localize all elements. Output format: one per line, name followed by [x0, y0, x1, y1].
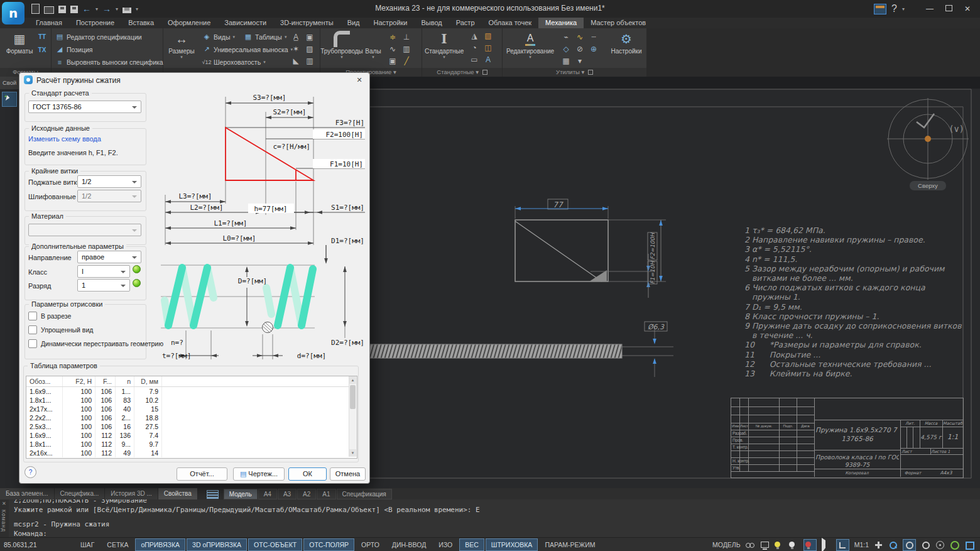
direction-combo[interactable]: правое: [77, 251, 141, 263]
break-line-icon[interactable]: ⌁: [559, 31, 573, 43]
pan-icon[interactable]: [874, 540, 883, 550]
scroll-thumb[interactable]: [350, 385, 356, 409]
weld-icon[interactable]: ◣: [289, 55, 303, 67]
part-box-icon[interactable]: ▧: [481, 30, 495, 41]
views-button[interactable]: ◈ Виды▾: [202, 31, 235, 43]
table-row[interactable]: 1.6x9...1001061...7.9: [26, 387, 357, 396]
status-toggle[interactable]: ОТС-ОБЪЕКТ: [248, 538, 302, 551]
checkbox-simplified-view[interactable]: Упрощенный вид: [28, 325, 93, 334]
blocks-icon[interactable]: ▦: [559, 55, 573, 67]
command-input-line[interactable]: Команда:: [14, 530, 47, 537]
checkbox-dynamic-rebuild[interactable]: Динамически перестраивать геометрию: [28, 339, 163, 348]
dashes-icon[interactable]: ┄: [587, 31, 601, 43]
compass-widget[interactable]: (∨) Сверху: [887, 98, 969, 190]
keyboard-icon[interactable]: ▭: [467, 53, 481, 65]
table-row[interactable]: 2.2x2...1001062...18.8: [26, 413, 357, 422]
panel-launcher-icon[interactable]: [482, 70, 487, 75]
viewport-icon[interactable]: [964, 540, 974, 550]
table-row[interactable]: 1.6x9...1001121367.4: [26, 431, 357, 440]
diamond-icon[interactable]: ◇: [559, 43, 573, 55]
text-tt-button[interactable]: TT: [36, 31, 48, 41]
palette-tool-button[interactable]: +: [2, 92, 17, 107]
bearing-icon[interactable]: ▥: [400, 43, 413, 55]
save-as-icon[interactable]: [70, 6, 78, 13]
layout-tab[interactable]: A4: [258, 489, 277, 499]
select-part-icon[interactable]: ◮: [467, 30, 481, 41]
zoom-window-icon[interactable]: [905, 540, 914, 550]
ribbon-tab[interactable]: Оформление: [161, 18, 217, 28]
spring-icon[interactable]: ∿: [386, 43, 400, 55]
status-toggle[interactable]: ОРТО: [356, 538, 385, 551]
change-input-scheme-link[interactable]: Изменить схему ввода: [28, 135, 101, 143]
align-leaders-button[interactable]: ≡ Выровнять выноски спецификации: [55, 56, 174, 68]
formats-button[interactable]: ▦ Форматы: [1, 30, 38, 55]
undo-icon[interactable]: ←: [82, 4, 91, 14]
dim-label-f2[interactable]: F2=100[Н]: [325, 131, 363, 139]
ground-coils-combo[interactable]: 1/2: [77, 190, 141, 202]
table-row[interactable]: 2x17x...1001064015: [26, 405, 357, 413]
attr-a-icon[interactable]: A: [481, 53, 495, 65]
table-header-cell[interactable]: F...: [95, 376, 116, 386]
ribbon-tab[interactable]: Построение: [69, 18, 121, 28]
layout-list-icon[interactable]: [207, 490, 219, 499]
redo-caret-icon[interactable]: ▾: [116, 6, 118, 12]
regen-icon[interactable]: [950, 540, 959, 550]
ribbon-tab[interactable]: Главная: [29, 18, 69, 28]
ribbon-tab[interactable]: Механика: [538, 18, 584, 28]
class-hint-bulb-icon[interactable]: [133, 265, 141, 273]
ok-button[interactable]: ОК: [288, 467, 327, 481]
grade-combo[interactable]: 1: [77, 279, 130, 292]
properties-dock-stub[interactable]: Свой: [0, 77, 19, 89]
ribbon-tab[interactable]: Настройки: [367, 18, 415, 28]
table-header-cell[interactable]: D, мм: [134, 376, 162, 386]
dim-label-f1[interactable]: F1=10[Н]: [330, 160, 363, 168]
new-file-icon[interactable]: [31, 4, 40, 14]
panel-tab[interactable]: Специфика...: [55, 488, 106, 499]
help-caret-icon[interactable]: ▾: [902, 6, 905, 12]
lightbulb-cursor-icon[interactable]: [775, 542, 780, 547]
qat-customize-icon[interactable]: ▾: [136, 6, 138, 12]
section-icon[interactable]: ◫: [481, 41, 495, 53]
save-icon[interactable]: [58, 6, 66, 13]
orbit-icon[interactable]: [935, 540, 945, 550]
status-toggle[interactable]: СЕТКА: [101, 538, 134, 551]
dialog-help-button[interactable]: ?: [24, 466, 36, 478]
undo-caret-icon[interactable]: ▾: [95, 6, 98, 12]
command-close-icon[interactable]: ✕: [2, 501, 6, 506]
roughness-button[interactable]: √12 Шероховатость▾: [202, 56, 266, 68]
layout-tab[interactable]: A3: [278, 489, 297, 499]
table-row[interactable]: 1.8x1...1001068310.2: [26, 396, 357, 405]
view-toggle-icon[interactable]: ◔: [467, 41, 481, 53]
ruler-icon[interactable]: ╱: [400, 55, 413, 67]
model-space-label[interactable]: МОДЕЛЬ: [712, 541, 741, 548]
trim-icon[interactable]: ⊘: [573, 43, 587, 55]
status-toggle[interactable]: ПАРАМ-РЕЖИМ: [539, 538, 601, 551]
status-toggle[interactable]: ШАГ: [75, 538, 100, 551]
status-toggle[interactable]: ВЕС: [459, 538, 484, 551]
checkbox-icon[interactable]: [28, 312, 37, 320]
standard-combo[interactable]: ГОСТ 13765-86: [28, 101, 141, 113]
scroll-up-icon[interactable]: ▲: [349, 376, 356, 384]
hatch-icon[interactable]: ▨: [303, 43, 317, 55]
table-header-cell[interactable]: Обоз...: [26, 376, 63, 386]
zoom-icon[interactable]: [888, 540, 898, 550]
link-icon[interactable]: [746, 540, 755, 550]
universal-leader-button[interactable]: ↗ Универсальная выноска▾: [202, 43, 293, 55]
annotation-scale-label[interactable]: М1:1: [854, 541, 869, 548]
app-logo[interactable]: n: [2, 2, 24, 25]
material-combo[interactable]: [28, 224, 141, 236]
axis-icon[interactable]: ✶: [289, 43, 303, 55]
layout-tab[interactable]: A1: [317, 489, 335, 499]
table-header-cell[interactable]: F2, Н: [63, 376, 95, 386]
chip-icon[interactable]: ▣: [386, 55, 400, 67]
table-row[interactable]: 1.8x1...1001129...9.7: [26, 440, 357, 449]
wavy-line-icon[interactable]: ∿: [573, 31, 587, 43]
report-button[interactable]: Отчёт...: [177, 467, 227, 481]
pipelines-button[interactable]: Трубопроводы ▾: [320, 30, 363, 60]
ribbon-tab[interactable]: Растр: [449, 18, 482, 28]
form-icon[interactable]: ▣: [303, 31, 317, 43]
magnifier-plus-icon[interactable]: ⊕: [587, 43, 601, 55]
help-button[interactable]: ?: [891, 3, 897, 14]
ucs-icon[interactable]: [838, 540, 847, 550]
selection-cursor-icon[interactable]: [822, 538, 825, 551]
